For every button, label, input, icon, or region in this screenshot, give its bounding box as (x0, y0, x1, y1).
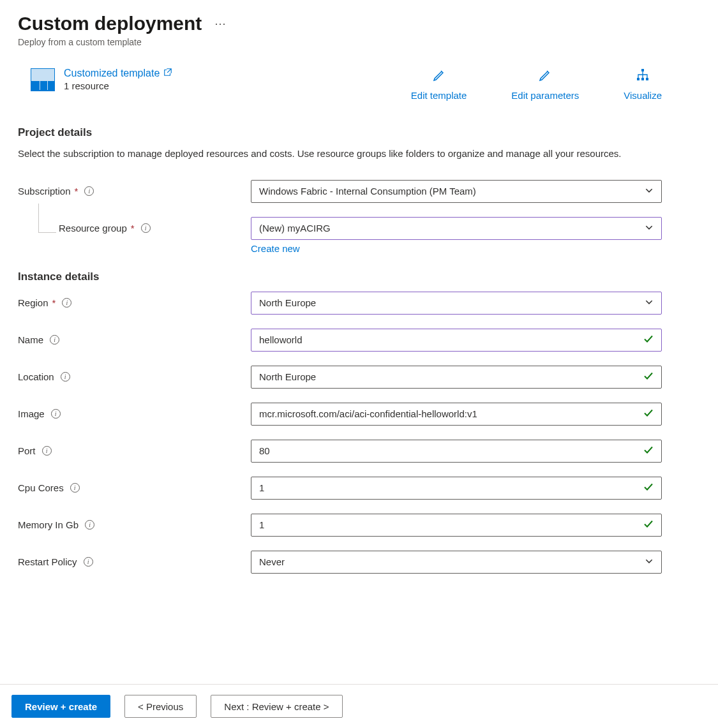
info-icon[interactable]: i (85, 520, 94, 530)
previous-button[interactable]: < Previous (124, 695, 197, 718)
name-label: Name i (18, 334, 251, 345)
info-icon[interactable]: i (50, 335, 59, 345)
template-link-label: Customized template (64, 68, 160, 79)
svg-rect-2 (641, 78, 644, 80)
location-input[interactable]: North Europe (251, 366, 662, 389)
chevron-down-icon (645, 556, 654, 567)
instance-details-heading: Instance details (18, 271, 700, 283)
resource-group-dropdown[interactable]: (New) myACIRG (251, 217, 662, 240)
svg-rect-0 (641, 69, 644, 71)
visualize-label: Visualize (624, 90, 662, 101)
info-icon[interactable]: i (141, 223, 151, 233)
svg-rect-3 (646, 78, 648, 80)
cpu-cores-label: Cpu Cores i (18, 482, 251, 493)
info-icon[interactable]: i (84, 186, 94, 196)
create-new-link[interactable]: Create new (251, 243, 300, 254)
chevron-down-icon (645, 223, 654, 234)
next-button[interactable]: Next : Review + create > (211, 695, 342, 718)
edit-parameters-button[interactable]: Edit parameters (511, 68, 579, 101)
check-icon (643, 519, 654, 531)
info-icon[interactable]: i (70, 483, 80, 493)
pencil-icon (537, 68, 553, 85)
image-label: Image i (18, 408, 251, 419)
check-icon (643, 334, 654, 346)
review-create-button[interactable]: Review + create (11, 695, 110, 718)
resource-count: 1 resource (64, 80, 172, 91)
project-details-description: Select the subscription to manage deploy… (18, 147, 656, 161)
tree-line (38, 204, 56, 233)
check-icon (643, 445, 654, 457)
template-icon (31, 68, 55, 91)
chevron-down-icon (645, 186, 654, 197)
edit-parameters-label: Edit parameters (511, 90, 579, 101)
image-input[interactable]: mcr.microsoft.com/aci/aci-confidential-h… (251, 403, 662, 426)
info-icon[interactable]: i (42, 446, 52, 456)
hierarchy-icon (635, 68, 650, 85)
region-label: Region* i (18, 297, 251, 308)
port-label: Port i (18, 445, 251, 456)
page-title: Custom deployment (18, 13, 202, 34)
visualize-button[interactable]: Visualize (624, 68, 662, 101)
cpu-cores-input[interactable]: 1 (251, 477, 662, 500)
info-icon[interactable]: i (84, 557, 93, 567)
edit-template-label: Edit template (411, 90, 467, 101)
popout-icon (163, 68, 172, 79)
pencil-icon (431, 68, 447, 85)
region-dropdown[interactable]: North Europe (251, 292, 662, 315)
subscription-label: Subscription* i (18, 186, 251, 197)
restart-policy-label: Restart Policy i (18, 556, 251, 567)
chevron-down-icon (645, 297, 654, 308)
memory-input[interactable]: 1 (251, 514, 662, 537)
check-icon (643, 408, 654, 420)
info-icon[interactable]: i (51, 409, 61, 419)
customized-template-link[interactable]: Customized template (64, 68, 172, 79)
project-details-heading: Project details (18, 126, 700, 139)
footer-bar: Review + create < Previous Next : Review… (0, 684, 718, 728)
restart-policy-dropdown[interactable]: Never (251, 551, 662, 574)
svg-rect-1 (637, 78, 639, 80)
info-icon[interactable]: i (62, 298, 71, 308)
name-input[interactable]: helloworld (251, 329, 662, 352)
page-subtitle: Deploy from a custom template (18, 37, 700, 47)
memory-label: Memory In Gb i (18, 519, 251, 530)
more-icon[interactable]: ⋯ (214, 17, 227, 31)
check-icon (643, 482, 654, 494)
check-icon (643, 371, 654, 383)
location-label: Location i (18, 371, 251, 382)
template-summary: Customized template 1 resource (31, 68, 172, 91)
info-icon[interactable]: i (61, 372, 70, 382)
subscription-dropdown[interactable]: Windows Fabric - Internal Consumption (P… (251, 180, 662, 203)
edit-template-button[interactable]: Edit template (411, 68, 467, 101)
resource-group-label: Resource group* i (18, 223, 251, 234)
port-input[interactable]: 80 (251, 440, 662, 463)
